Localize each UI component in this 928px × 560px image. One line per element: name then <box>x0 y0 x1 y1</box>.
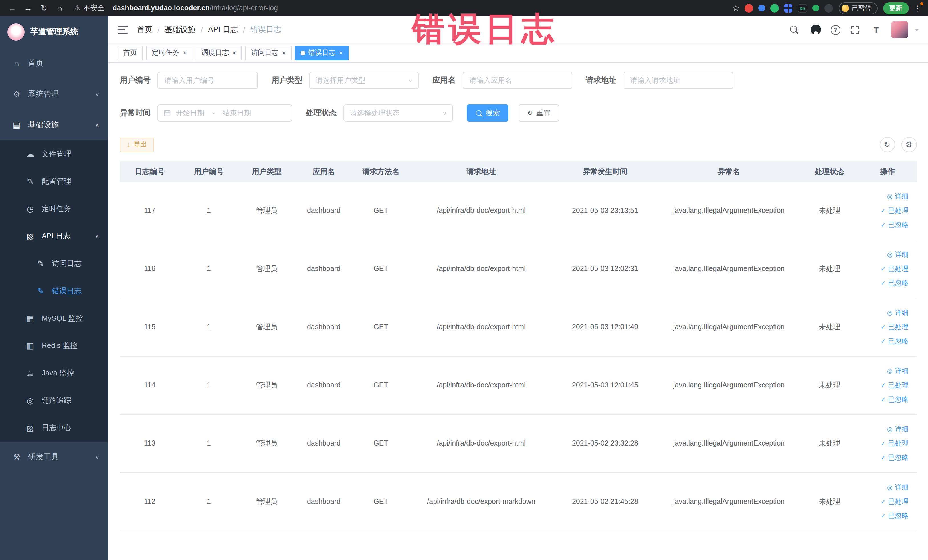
processed-link[interactable]: ✓已处理 <box>881 320 908 334</box>
forward-icon[interactable]: → <box>21 1 35 15</box>
reset-button[interactable]: ↻ 重置 <box>519 104 559 122</box>
sidebar-item-trace[interactable]: ◎链路追踪 <box>0 387 108 414</box>
sidebar-item-job[interactable]: ◷定时任务 <box>0 195 108 223</box>
api-log-icon: ▧ <box>25 232 35 241</box>
avatar[interactable] <box>891 21 908 38</box>
extension-icon-6[interactable] <box>812 5 819 11</box>
ignored-link[interactable]: ✓已忽略 <box>881 218 908 232</box>
processed-link[interactable]: ✓已处理 <box>881 262 908 276</box>
export-button[interactable]: ↓ 导出 <box>120 137 154 152</box>
tab-scheduled-jobs[interactable]: 定时任务× <box>146 45 192 60</box>
close-icon[interactable]: × <box>339 49 343 56</box>
sidebar-item-api-log[interactable]: ▧API 日志∧ <box>0 223 108 250</box>
detail-link[interactable]: ◎详细 <box>887 364 908 378</box>
sidebar-item-system[interactable]: ⚙系统管理∨ <box>0 79 108 110</box>
extension-icon-5[interactable]: on <box>798 4 807 12</box>
eye-icon: ◎ <box>887 426 893 432</box>
sidebar-item-java[interactable]: ☕Java 监控 <box>0 359 108 387</box>
breadcrumb-item[interactable]: API 日志 <box>208 24 238 35</box>
tabs-bar: 首页定时任务×调度日志×访问日志×错误日志× <box>108 43 928 63</box>
tab-error-log[interactable]: 错误日志× <box>295 45 349 60</box>
column-header-method: 请求方法名 <box>352 166 410 177</box>
process-status-select[interactable]: 请选择处理状态 ∨ <box>343 104 453 122</box>
app-logo[interactable]: 芋道管理系统 <box>0 16 108 48</box>
github-icon[interactable] <box>809 23 822 36</box>
detail-link[interactable]: ◎详细 <box>887 189 908 204</box>
cell-status: 未处理 <box>800 438 859 449</box>
sidebar-item-dev-tools[interactable]: ⚒研发工具∨ <box>0 442 108 472</box>
ignored-link[interactable]: ✓已忽略 <box>881 334 908 349</box>
processed-link[interactable]: ✓已处理 <box>881 495 908 509</box>
tab-home[interactable]: 首页 <box>118 45 143 60</box>
ignored-link[interactable]: ✓已忽略 <box>881 392 908 407</box>
processed-link[interactable]: ✓已处理 <box>881 204 908 218</box>
exception-time-range-picker[interactable]: 开始日期 - 结束日期 <box>157 104 292 122</box>
url-bar[interactable]: dashboard.yudao.iocoder.cn/infra/log/api… <box>113 4 725 12</box>
sidebar-item-label: 研发工具 <box>28 452 59 462</box>
request-url-input[interactable] <box>623 72 733 89</box>
paused-badge[interactable]: 已暂停 <box>839 2 877 14</box>
close-icon[interactable]: × <box>232 49 236 56</box>
tab-job-log[interactable]: 调度日志× <box>196 45 242 60</box>
warning-icon: ⚠ <box>74 4 81 12</box>
extension-icon-4[interactable] <box>784 4 792 12</box>
search-button[interactable]: 搜索 <box>467 104 508 122</box>
sidebar-item-label: 文件管理 <box>42 149 71 159</box>
sidebar-item-config[interactable]: ✎配置管理 <box>0 168 108 195</box>
breadcrumb-item: 错误日志 <box>250 24 281 35</box>
font-size-icon[interactable]: T <box>870 23 882 36</box>
breadcrumb-item[interactable]: 基础设施 <box>165 24 196 35</box>
detail-link[interactable]: ◎详细 <box>887 306 908 320</box>
extension-icon-1[interactable] <box>745 4 753 12</box>
breadcrumb-item[interactable]: 首页 <box>137 24 152 35</box>
check-icon: ✓ <box>881 208 886 214</box>
fullscreen-icon[interactable] <box>849 23 861 36</box>
breadcrumb-separator: / <box>201 25 203 34</box>
tab-access-log[interactable]: 访问日志× <box>245 45 292 60</box>
breadcrumb-separator: / <box>243 25 245 34</box>
ignored-link[interactable]: ✓已忽略 <box>881 276 908 290</box>
search-icon[interactable] <box>788 23 801 36</box>
home-icon[interactable]: ⌂ <box>52 1 67 15</box>
table-body: 1171管理员dashboardGET/api/infra/db-doc/exp… <box>120 182 917 531</box>
update-button[interactable]: 更新 <box>883 2 908 14</box>
refresh-button[interactable]: ↻ <box>879 137 895 153</box>
user-id-input[interactable] <box>157 72 258 89</box>
cell-user_id: 1 <box>180 438 238 449</box>
sidebar-item-file[interactable]: ☁文件管理 <box>0 140 108 168</box>
chevron-down-icon[interactable] <box>914 28 919 31</box>
extension-icon-2[interactable] <box>758 5 765 11</box>
filter-app-name: 应用名 <box>432 72 572 89</box>
detail-link[interactable]: ◎详细 <box>887 422 908 436</box>
sidebar-item-log-center[interactable]: ▨日志中心 <box>0 414 108 442</box>
bookmark-star-icon[interactable]: ☆ <box>732 1 739 15</box>
ignored-link[interactable]: ✓已忽略 <box>881 509 908 523</box>
app-name-input[interactable] <box>462 72 572 89</box>
sidebar-item-infra[interactable]: ▤基础设施∧ <box>0 110 108 140</box>
close-icon[interactable]: × <box>282 49 286 56</box>
sidebar-item-redis[interactable]: ▥Redis 监控 <box>0 332 108 359</box>
reload-icon[interactable]: ↻ <box>37 1 51 15</box>
check-icon: ✓ <box>881 382 886 389</box>
cell-user_id: 1 <box>180 496 238 507</box>
user-type-select[interactable]: 请选择用户类型 ∨ <box>309 72 419 89</box>
hamburger-icon[interactable] <box>118 26 128 34</box>
sidebar-item-home[interactable]: ⌂首页 <box>0 48 108 79</box>
extension-icon-7[interactable] <box>824 4 833 12</box>
sidebar-item-mysql[interactable]: ▦MySQL 监控 <box>0 305 108 332</box>
extension-icon-3[interactable] <box>770 4 779 12</box>
detail-link[interactable]: ◎详细 <box>887 481 908 495</box>
processed-link[interactable]: ✓已处理 <box>881 436 908 451</box>
column-settings-button[interactable]: ⚙ <box>901 137 917 153</box>
sidebar-item-error-log[interactable]: ✎错误日志 <box>0 277 108 305</box>
back-icon[interactable]: ← <box>5 1 20 15</box>
sidebar-item-label: Redis 监控 <box>42 340 78 351</box>
help-icon[interactable]: ? <box>830 25 840 35</box>
browser-menu-icon[interactable]: ⋮ <box>912 1 923 15</box>
ignored-link[interactable]: ✓已忽略 <box>881 451 908 465</box>
security-chip[interactable]: ⚠ 不安全 <box>74 3 105 13</box>
sidebar-item-access-log[interactable]: ✎访问日志 <box>0 250 108 277</box>
processed-link[interactable]: ✓已处理 <box>881 378 908 392</box>
detail-link[interactable]: ◎详细 <box>887 248 908 262</box>
close-icon[interactable]: × <box>183 49 186 56</box>
